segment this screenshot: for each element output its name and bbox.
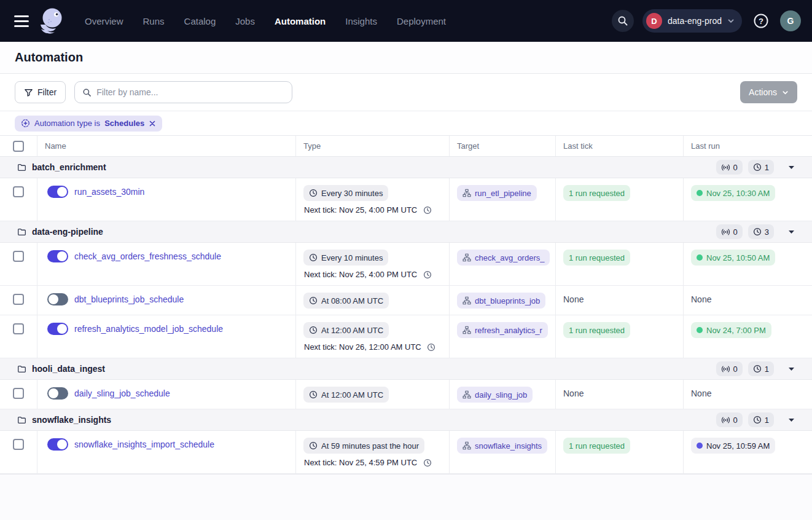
top-nav: OverviewRunsCatalogJobsAutomationInsight… bbox=[0, 0, 812, 42]
next-tick-text: Next tick: Nov 25, 4:00 PM UTC bbox=[303, 205, 432, 215]
nav-item-catalog[interactable]: Catalog bbox=[184, 16, 216, 26]
sensor-icon bbox=[721, 163, 730, 171]
help-icon[interactable]: ? bbox=[751, 10, 771, 31]
automation-row-check_avg_orders_freshness_schdule: check_avg_orders_freshness_schdule Every… bbox=[0, 243, 812, 286]
clock-icon bbox=[753, 163, 762, 171]
chevron-down-icon bbox=[788, 230, 795, 234]
nav-item-deployment[interactable]: Deployment bbox=[397, 16, 446, 26]
automation-row-refresh_analytics_model_job_schedule: refresh_analytics_model_job_schedule At … bbox=[0, 315, 812, 358]
last-tick-pill[interactable]: 1 run requested bbox=[563, 185, 630, 201]
nav-links: OverviewRunsCatalogJobsAutomationInsight… bbox=[85, 16, 446, 26]
schedule-count-badge: 1 bbox=[748, 412, 774, 427]
target-pill[interactable]: daily_sling_job bbox=[457, 387, 533, 403]
search-icon[interactable] bbox=[612, 10, 634, 32]
target-pill[interactable]: refresh_analytics_r bbox=[457, 322, 548, 338]
close-icon[interactable] bbox=[149, 120, 156, 127]
schedule-toggle[interactable] bbox=[47, 186, 68, 198]
automation-name-link[interactable]: snowflake_insights_import_schedule bbox=[74, 438, 214, 451]
filter-button-label: Filter bbox=[37, 87, 57, 97]
dagster-logo-icon[interactable] bbox=[39, 6, 66, 36]
select-all-checkbox[interactable] bbox=[13, 141, 24, 152]
last-run-pill[interactable]: Nov 25, 10:30 AM bbox=[691, 185, 775, 201]
sensor-icon bbox=[721, 228, 730, 236]
schedule-toggle[interactable] bbox=[47, 438, 68, 451]
sensor-icon bbox=[721, 416, 730, 424]
folder-icon bbox=[17, 163, 26, 172]
target-pill[interactable]: run_etl_pipeline bbox=[457, 185, 537, 201]
last-tick-pill[interactable]: 1 run requested bbox=[563, 322, 630, 338]
run-status-dot-icon bbox=[697, 327, 703, 333]
job-graph-icon bbox=[463, 296, 471, 305]
last-run-none: None bbox=[691, 293, 711, 304]
clock-icon bbox=[309, 253, 318, 262]
schedule-toggle[interactable] bbox=[47, 250, 68, 262]
row-checkbox[interactable] bbox=[13, 388, 24, 399]
clock-icon bbox=[753, 227, 762, 236]
automation-name-link[interactable]: run_assets_30min bbox=[74, 185, 144, 199]
sensor-icon bbox=[721, 365, 730, 373]
schedule-type-pill: Every 10 minutes bbox=[303, 250, 388, 266]
next-tick-text: Next tick: Nov 25, 4:59 PM UTC bbox=[303, 458, 432, 467]
row-checkbox[interactable] bbox=[13, 323, 24, 334]
target-pill[interactable]: snowflake_insights bbox=[457, 438, 547, 454]
last-tick-pill[interactable]: 1 run requested bbox=[563, 438, 630, 454]
target-pill[interactable]: dbt_blueprints_job bbox=[457, 293, 545, 309]
automations-table: Name Type Target Last tick Last run batc… bbox=[0, 136, 812, 475]
table-header: Name Type Target Last tick Last run bbox=[0, 136, 812, 157]
nav-item-automation[interactable]: Automation bbox=[275, 16, 326, 26]
automation-name-link[interactable]: check_avg_orders_freshness_schdule bbox=[74, 250, 221, 263]
nav-item-jobs[interactable]: Jobs bbox=[235, 16, 255, 26]
clock-icon bbox=[309, 326, 318, 334]
last-tick-none: None bbox=[563, 293, 584, 304]
actions-button[interactable]: Actions bbox=[740, 81, 797, 103]
active-filters-row: Automation type is Schedules bbox=[0, 111, 812, 136]
name-filter-input[interactable] bbox=[96, 87, 284, 97]
collapse-group-button[interactable] bbox=[786, 163, 797, 172]
last-tick-none: None bbox=[563, 387, 584, 398]
page-title: Automation bbox=[15, 50, 83, 65]
next-tick-text: Next tick: Nov 25, 4:00 PM UTC bbox=[303, 270, 432, 279]
schedule-toggle[interactable] bbox=[47, 293, 68, 305]
job-graph-icon bbox=[463, 390, 471, 399]
deployment-switcher[interactable]: D data-eng-prod bbox=[642, 9, 742, 33]
automation-name-link[interactable]: daily_sling_job_schedule bbox=[74, 387, 170, 400]
nav-item-overview[interactable]: Overview bbox=[85, 16, 123, 26]
row-checkbox[interactable] bbox=[13, 186, 24, 197]
funnel-icon bbox=[24, 88, 33, 97]
nav-item-insights[interactable]: Insights bbox=[345, 16, 377, 26]
last-run-pill[interactable]: Nov 25, 10:50 AM bbox=[691, 250, 775, 266]
clock-icon bbox=[309, 296, 318, 305]
run-status-dot-icon bbox=[697, 254, 703, 261]
clock-icon bbox=[309, 189, 318, 197]
row-checkbox[interactable] bbox=[13, 294, 24, 305]
schedule-toggle[interactable] bbox=[47, 387, 68, 400]
target-plus-icon bbox=[21, 119, 30, 128]
job-graph-icon bbox=[463, 441, 471, 450]
actions-button-label: Actions bbox=[749, 87, 777, 97]
filter-button[interactable]: Filter bbox=[15, 81, 66, 103]
row-checkbox[interactable] bbox=[13, 251, 24, 262]
last-run-pill[interactable]: Nov 24, 7:00 PM bbox=[691, 322, 771, 338]
user-avatar[interactable]: G bbox=[780, 10, 801, 31]
deployment-name: data-eng-prod bbox=[668, 16, 722, 26]
collapse-group-button[interactable] bbox=[786, 364, 797, 374]
folder-icon bbox=[17, 227, 26, 237]
chevron-down-icon bbox=[788, 165, 795, 170]
last-run-pill[interactable]: Nov 25, 10:59 AM bbox=[691, 438, 775, 454]
collapse-group-button[interactable] bbox=[786, 227, 797, 237]
target-pill[interactable]: check_avg_orders_ bbox=[457, 250, 550, 266]
collapse-group-button[interactable] bbox=[786, 416, 797, 425]
row-checkbox[interactable] bbox=[13, 439, 24, 450]
menu-icon[interactable] bbox=[11, 10, 32, 31]
chevron-down-icon bbox=[782, 89, 789, 96]
group-name: data-eng-pipeline bbox=[32, 227, 103, 237]
automation-name-link[interactable]: refresh_analytics_model_job_schedule bbox=[74, 322, 223, 336]
automation-name-link[interactable]: dbt_blueprints_job_schedule bbox=[74, 293, 184, 306]
schedule-toggle[interactable] bbox=[47, 323, 68, 335]
last-tick-pill[interactable]: 1 run requested bbox=[563, 250, 630, 266]
filter-chip-text: Automation type is Schedules bbox=[34, 119, 144, 128]
nav-item-runs[interactable]: Runs bbox=[143, 16, 165, 26]
svg-text:?: ? bbox=[759, 17, 763, 26]
group-name: batch_enrichment bbox=[32, 162, 106, 172]
schedule-type-pill: At 12:00 AM UTC bbox=[303, 387, 389, 403]
